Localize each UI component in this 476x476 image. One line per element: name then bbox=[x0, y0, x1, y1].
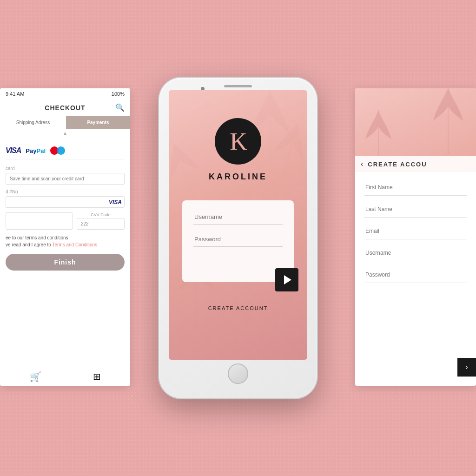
tab-indicator: ▲ bbox=[0, 129, 130, 138]
arrow-right-icon: › bbox=[465, 363, 468, 371]
card-number-row: VISA bbox=[6, 196, 125, 208]
grid-icon[interactable]: ⊞ bbox=[93, 371, 101, 382]
cvv-row: CVV-Code bbox=[6, 212, 125, 230]
svg-line-3 bbox=[280, 123, 297, 187]
login-form bbox=[182, 200, 294, 282]
terms-link-anchor[interactable]: Terms and Conditions. bbox=[52, 242, 99, 247]
brand-logo-circle: K bbox=[215, 118, 261, 165]
payment-logos: VISA PayPal bbox=[6, 142, 125, 159]
cvv-group: CVV-Code bbox=[77, 212, 125, 230]
paypal-logo: PayPal bbox=[26, 147, 46, 154]
scan-card-input[interactable] bbox=[6, 173, 125, 185]
create-account-button[interactable]: › bbox=[457, 358, 476, 377]
status-battery: 100% bbox=[112, 91, 125, 97]
firstname-input[interactable] bbox=[364, 179, 467, 196]
card-label: card bbox=[6, 166, 125, 171]
tab-payments[interactable]: Payments bbox=[66, 116, 130, 129]
phone-mockup: K KAROLINE CREATE ACCOUNT bbox=[159, 78, 317, 398]
status-bar: 9:41 AM 100% bbox=[0, 88, 130, 99]
brand-name: KAROLINE bbox=[209, 172, 267, 182]
create-account-header: ‹ CREATE ACCOU bbox=[355, 156, 476, 172]
screen-background: K KAROLINE CREATE ACCOUNT bbox=[169, 90, 307, 360]
finish-button[interactable]: Finish bbox=[6, 254, 125, 271]
cvv-input[interactable] bbox=[77, 218, 125, 230]
back-arrow-icon[interactable]: ‹ bbox=[361, 160, 363, 168]
cart-icon[interactable]: 🛒 bbox=[30, 371, 41, 382]
expiry-input[interactable] bbox=[6, 212, 73, 230]
create-account-link[interactable]: CREATE ACCOUNT bbox=[208, 305, 268, 311]
username-input[interactable] bbox=[193, 210, 283, 225]
maestro-logo bbox=[50, 146, 65, 155]
terms-section: ee to our terms and conditions ve read a… bbox=[6, 235, 125, 247]
terms-link: ve read and I agree to Terms and Conditi… bbox=[6, 242, 125, 247]
checkout-content: VISA PayPal card d #No VISA CVV-Code bbox=[0, 138, 130, 281]
checkout-tabs: Shipping Adress Payments bbox=[0, 116, 130, 129]
cvv-label: CVV-Code bbox=[77, 212, 125, 217]
create-account-form bbox=[355, 172, 476, 296]
login-play-button[interactable] bbox=[275, 268, 298, 291]
email-input[interactable] bbox=[364, 223, 467, 239]
phone-speaker bbox=[224, 85, 252, 87]
svg-line-2 bbox=[173, 142, 196, 205]
tab-shipping[interactable]: Shipping Adress bbox=[0, 116, 66, 129]
terms-title: ee to our terms and conditions bbox=[6, 235, 125, 240]
checkout-panel: 9:41 AM 100% CHECKOUT 🔍 Shipping Adress … bbox=[0, 88, 130, 386]
left-footer: 🛒 ⊞ bbox=[0, 367, 130, 386]
phone-body: K KAROLINE CREATE ACCOUNT bbox=[159, 78, 317, 398]
create-account-bg: ‹ CREATE ACCOU bbox=[355, 88, 476, 172]
lastname-input[interactable] bbox=[364, 201, 467, 218]
brand-logo-letter: K bbox=[230, 128, 246, 155]
scene: 9:41 AM 100% CHECKOUT 🔍 Shipping Adress … bbox=[0, 0, 476, 476]
create-account-title: CREATE ACCOU bbox=[368, 161, 427, 168]
card-number-label: d #No bbox=[6, 189, 125, 194]
create-account-panel: ‹ CREATE ACCOU › bbox=[355, 88, 476, 386]
username-input[interactable] bbox=[364, 245, 467, 261]
password-input[interactable] bbox=[364, 267, 467, 283]
visa-badge: VISA bbox=[109, 199, 122, 205]
phone-screen: K KAROLINE CREATE ACCOUNT bbox=[169, 90, 307, 360]
phone-home-button[interactable] bbox=[228, 364, 248, 384]
checkout-header: CHECKOUT 🔍 bbox=[0, 99, 130, 116]
search-icon[interactable]: 🔍 bbox=[115, 103, 125, 112]
status-time: 9:41 AM bbox=[6, 91, 24, 97]
checkout-title: CHECKOUT bbox=[15, 104, 115, 112]
visa-logo: VISA bbox=[6, 146, 21, 155]
play-icon bbox=[284, 275, 291, 284]
password-input[interactable] bbox=[193, 232, 283, 247]
card-number-input[interactable] bbox=[6, 196, 125, 208]
